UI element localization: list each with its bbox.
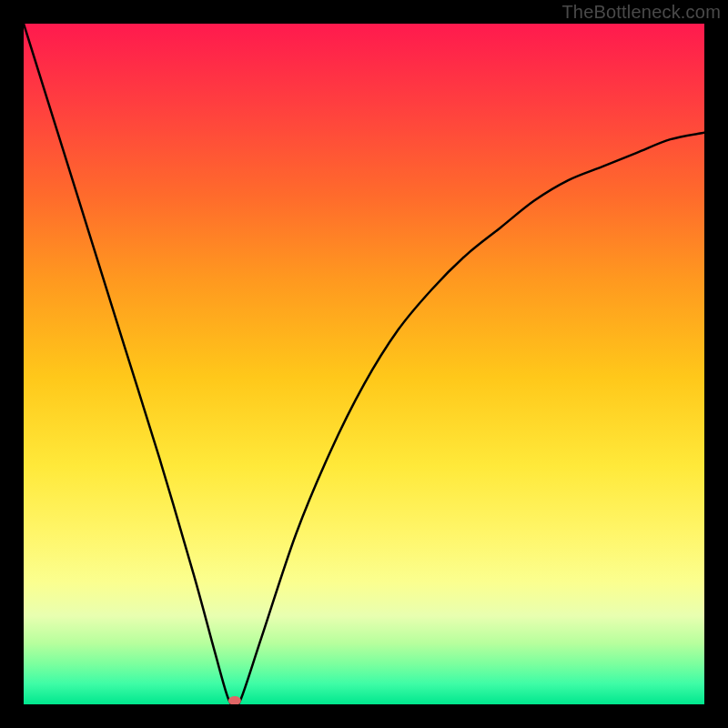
chart-svg [24, 24, 704, 704]
chart-frame: TheBottleneck.com [0, 0, 728, 728]
bottleneck-curve [24, 24, 704, 704]
plot-area [24, 24, 704, 704]
attribution-label: TheBottleneck.com [561, 2, 721, 23]
minimum-marker [228, 696, 241, 704]
